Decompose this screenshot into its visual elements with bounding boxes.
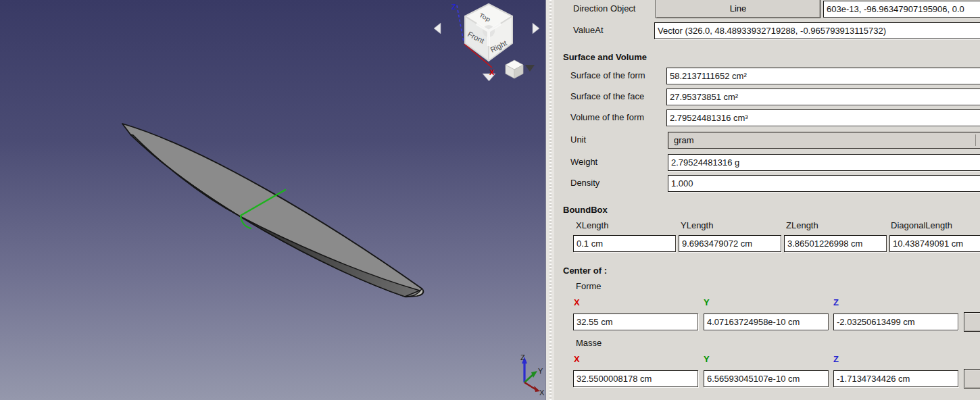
diagonallength-field[interactable]: 10.438749091 cm (889, 235, 980, 252)
xlength-label: XLength (576, 220, 608, 230)
navcube-menu-dropdown-icon[interactable] (525, 65, 535, 72)
masse-z-field[interactable]: -1.7134734426 cm (833, 370, 958, 387)
cube-z-axis-label: Z (451, 3, 456, 11)
surface-form-field[interactable]: 58.2137111652 cm² (666, 68, 980, 84)
axis-indicator: Z Y X (507, 351, 545, 399)
forme-extra-button[interactable] (964, 312, 980, 332)
boundbox-header: BoundBox (563, 205, 608, 215)
density-label: Density (570, 178, 599, 188)
volume-form-label: Volume of the form (570, 112, 644, 122)
axis-z-label: Z (520, 353, 525, 361)
axis-x-label: X (539, 389, 545, 397)
geometry-check-panel: Direction Object Line 603e-13, -96.96347… (554, 0, 980, 400)
forme-y-field[interactable]: 4.07163724958e-10 cm (704, 314, 829, 330)
ylength-label: YLength (681, 220, 713, 230)
navigation-cube-area[interactable]: Z X Top Front Right (433, 0, 541, 85)
direction-object-label: Direction Object (573, 3, 635, 14)
direction-object-button[interactable]: Line (656, 0, 820, 18)
density-field[interactable]: 1.000 (668, 175, 980, 192)
masse-x-label: X (574, 354, 580, 364)
center-of-header: Center of : (563, 266, 607, 276)
forme-z-label: Z (833, 297, 839, 307)
surface-form-label: Surface of the form (570, 70, 645, 80)
panel-splitter[interactable] (545, 0, 554, 400)
forme-z-field[interactable]: -2.03250613499 cm (833, 314, 958, 330)
masse-label: Masse (576, 338, 602, 348)
ylength-field[interactable]: 9.6963479072 cm (679, 235, 781, 252)
3d-viewport[interactable]: Z X Top Front Right Z Y X (0, 0, 545, 400)
forme-x-field[interactable]: 32.55 cm (573, 314, 698, 330)
zlength-field[interactable]: 3.86501226998 cm (784, 235, 887, 252)
unit-combobox[interactable]: gram (668, 132, 980, 149)
masse-y-label: Y (704, 354, 710, 364)
masse-x-field[interactable]: 32.5500008178 cm (573, 370, 698, 387)
axis-y-label: Y (538, 367, 543, 375)
navigation-cube[interactable]: Top Front Right (465, 4, 512, 61)
navcube-menu-cube-icon[interactable] (506, 60, 523, 78)
unit-value: gram (674, 135, 694, 145)
cube-z-axis-line (457, 5, 464, 42)
weight-label: Weight (570, 157, 597, 167)
masse-y-field[interactable]: 6.56593045107e-10 cm (704, 370, 829, 387)
unit-label: Unit (570, 134, 586, 145)
forme-x-label: X (574, 297, 580, 307)
surface-volume-header: Surface and Volume (563, 52, 647, 62)
forme-y-label: Y (704, 297, 710, 307)
masse-extra-button[interactable] (964, 369, 980, 389)
volume-form-field[interactable]: 2.79524481316 cm³ (666, 109, 980, 126)
xlength-field[interactable]: 0.1 cm (573, 235, 676, 252)
weight-field[interactable]: 2.79524481316 g (668, 154, 980, 171)
masse-z-label: Z (833, 354, 839, 364)
rotate-left-arrow-icon[interactable] (434, 23, 441, 34)
zlength-label: ZLength (786, 220, 818, 230)
surface-face-label: Surface of the face (570, 91, 644, 101)
cube-x-axis-label: X (489, 68, 495, 76)
freecad-window: { "viewport": { "navcube": { "top": "Top… (0, 0, 980, 400)
value-at-label: ValueAt (573, 25, 604, 35)
rotate-right-arrow-icon[interactable] (533, 23, 539, 34)
combo-dropdown-separator (975, 134, 976, 146)
diagonallength-label: DiagonalLength (891, 220, 952, 230)
value-at-field[interactable]: Vector (326.0, 48.48933932719288, -0.965… (654, 22, 980, 39)
hull-deck[interactable] (122, 124, 423, 297)
direction-object-field[interactable]: 603e-13, -96.96347907195906, 0.0 (823, 1, 980, 18)
surface-face-field[interactable]: 27.95373851 cm² (666, 89, 980, 105)
forme-label: Forme (576, 281, 602, 291)
